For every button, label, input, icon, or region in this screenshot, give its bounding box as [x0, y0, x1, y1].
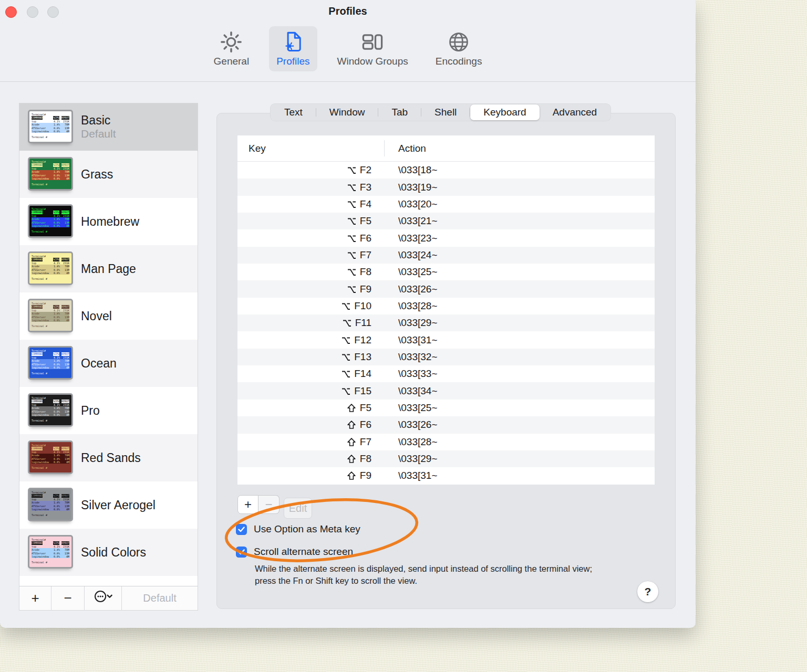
action-cell: \033[28~	[371, 436, 438, 448]
profile-row-homebrew[interactable]: Terminal#COMMAND%CPURPRVTtop4.1%231KXcod…	[19, 198, 198, 245]
preview-prompt-line: Terminal #	[32, 230, 69, 233]
process-cpu: 0.0%	[54, 413, 60, 416]
key-mapping-row[interactable]: F8\033[29~	[237, 450, 655, 467]
add-mapping-button[interactable]: +	[237, 495, 258, 514]
key-mapping-row[interactable]: F11\033[29~	[237, 314, 655, 331]
profile-thumbnail: Terminal#COMMAND%CPURPRVTtop4.1%231KXcod…	[28, 157, 73, 191]
table-body[interactable]: F2\033[18~F3\033[19~F4\033[20~F5\033[21~…	[237, 162, 655, 485]
action-cell: \033[33~	[371, 368, 438, 380]
key-name: F15	[354, 385, 371, 397]
shift-key-icon	[347, 471, 356, 480]
key-mapping-row[interactable]: F10\033[28~	[237, 298, 655, 314]
option-key-icon	[347, 285, 356, 294]
remove-profile-button[interactable]: −	[51, 586, 85, 610]
profile-row-silver-aerogel[interactable]: Terminal#COMMAND%CPURPRVTtop4.1%231KXcod…	[19, 481, 198, 529]
profile-row-ocean[interactable]: Terminal#COMMAND%CPURPRVTtop4.1%231KXcod…	[19, 340, 198, 387]
key-mapping-row[interactable]: F9\033[31~	[237, 467, 655, 484]
tab-label: Advanced	[553, 107, 597, 118]
profile-row-basic[interactable]: Terminal#COMMAND%CPURPRVTtop4.1%231KXcod…	[19, 103, 198, 151]
key-mapping-row[interactable]: F3\033[19~	[237, 178, 655, 195]
preview-prompt-line: Terminal #	[32, 372, 69, 375]
tab-shell[interactable]: Shell	[421, 104, 470, 120]
profile-name: Solid Colors	[81, 545, 146, 560]
key-mapping-row[interactable]: F12\033[31~	[237, 331, 655, 348]
toolbar-item-encodings[interactable]: Encodings	[428, 26, 490, 71]
profile-rows: Terminal#COMMAND%CPURPRVTtop4.1%231KXcod…	[19, 103, 198, 576]
key-mapping-row[interactable]: F7\033[24~	[237, 247, 655, 264]
key-mapping-row[interactable]: F14\033[33~	[237, 365, 655, 382]
edit-mapping-button[interactable]: Edit	[284, 498, 312, 519]
profile-name: Novel	[81, 309, 112, 323]
add-profile-button[interactable]: +	[19, 586, 51, 610]
terminal-preview: Terminal#COMMAND%CPURPRVTtop4.1%231KXcod…	[29, 253, 71, 284]
remove-mapping-button[interactable]: −	[258, 495, 280, 514]
checkbox-label[interactable]: Use Option as Meta key	[254, 523, 360, 535]
process-cpu: 0.0%	[54, 130, 60, 133]
globe-icon	[447, 29, 470, 55]
key-mapping-row[interactable]: F8\033[25~	[237, 264, 655, 280]
action-cell: \033[32~	[371, 351, 438, 363]
help-button[interactable]: ?	[637, 581, 658, 602]
key-mapping-row[interactable]: F5\033[25~	[237, 400, 655, 416]
key-mapping-row[interactable]: F2\033[18~	[237, 162, 655, 178]
profile-row-solid-colors[interactable]: Terminal#COMMAND%CPURPRVTtop4.1%231KXcod…	[19, 529, 198, 576]
toolbar-item-general[interactable]: General	[206, 26, 257, 71]
preview-prompt-line: Terminal #	[32, 419, 69, 422]
default-button[interactable]: Default	[122, 586, 198, 610]
process-mem: 4M	[62, 271, 69, 275]
key-name: F7	[360, 249, 371, 261]
process-cpu: 0.0%	[54, 177, 60, 180]
option-key-icon	[341, 335, 350, 345]
title-bar[interactable]: Profiles	[0, 0, 696, 25]
key-mapping-row[interactable]: F15\033[34~	[237, 382, 655, 399]
action-cell: \033[29~	[371, 317, 438, 329]
key-mapping-table[interactable]: Key Action F2\033[18~F3\033[19~F4\033[20…	[237, 135, 655, 485]
terminal-preview: Terminal#COMMAND%CPURPRVTtop4.1%231KXcod…	[29, 537, 71, 567]
toolbar-item-label: Profiles	[276, 56, 309, 67]
tab-window[interactable]: Window	[316, 104, 378, 120]
profile-thumbnail: Terminal#COMMAND%CPURPRVTtop4.1%231KXcod…	[28, 204, 73, 238]
tab-advanced[interactable]: Advanced	[540, 104, 611, 120]
option-key-icon	[341, 352, 350, 362]
key-mapping-row[interactable]: F9\033[26~	[237, 280, 655, 297]
process-name: loginwindow	[32, 460, 49, 464]
action-cell: \033[24~	[371, 249, 438, 261]
more-options-button[interactable]	[85, 586, 122, 610]
key-mapping-row[interactable]: F7\033[28~	[237, 434, 655, 450]
action-cell: \033[23~	[371, 233, 438, 244]
toolbar-item-window-groups[interactable]: Window Groups	[330, 26, 416, 71]
key-name: F6	[360, 233, 371, 244]
key-mapping-row[interactable]: F6\033[23~	[237, 229, 655, 246]
process-name: loginwindow	[32, 130, 49, 133]
process-name: loginwindow	[32, 319, 49, 322]
checkbox-checked[interactable]	[236, 547, 247, 558]
profile-row-grass[interactable]: Terminal#COMMAND%CPURPRVTtop4.1%231KXcod…	[19, 151, 198, 198]
tab-text[interactable]: Text	[271, 104, 316, 120]
profile-row-novel[interactable]: Terminal#COMMAND%CPURPRVTtop4.1%231KXcod…	[19, 292, 198, 340]
key-mapping-row[interactable]: F6\033[26~	[237, 416, 655, 433]
profile-row-man-page[interactable]: Terminal#COMMAND%CPURPRVTtop4.1%231KXcod…	[19, 245, 198, 292]
shift-key-icon	[347, 403, 356, 413]
action-cell: \033[25~	[371, 402, 438, 414]
tab-keyboard[interactable]: Keyboard	[470, 104, 539, 120]
checkbox-label[interactable]: Scroll alternate screen	[254, 546, 353, 558]
checkbox-checked[interactable]	[236, 524, 247, 535]
toolbar-item-profiles[interactable]: Profiles	[269, 26, 317, 71]
profile-row-pro[interactable]: Terminal#COMMAND%CPURPRVTtop4.1%231KXcod…	[19, 387, 198, 434]
action-cell: \033[31~	[371, 470, 438, 481]
profile-list[interactable]: Terminal#COMMAND%CPURPRVTtop4.1%231KXcod…	[19, 103, 198, 611]
process-cpu: 0.0%	[54, 508, 60, 511]
option-row-use-option-as-meta-key: Use Option as Meta key	[236, 523, 360, 535]
key-cell: F3	[237, 182, 371, 193]
tab-label: Shell	[434, 107, 457, 118]
key-mapping-row[interactable]: F4\033[20~	[237, 196, 655, 213]
preview-prompt-line: Terminal #	[32, 561, 69, 564]
tab-tab[interactable]: Tab	[378, 104, 421, 120]
process-name: loginwindow	[32, 224, 49, 227]
option-key-icon	[342, 318, 351, 328]
profile-row-red-sands[interactable]: Terminal#COMMAND%CPURPRVTtop4.1%231KXcod…	[19, 434, 198, 481]
key-mapping-row[interactable]: F5\033[21~	[237, 213, 655, 229]
option-key-icon	[341, 386, 350, 396]
process-mem: 4M	[62, 555, 69, 558]
key-mapping-row[interactable]: F13\033[32~	[237, 349, 655, 365]
